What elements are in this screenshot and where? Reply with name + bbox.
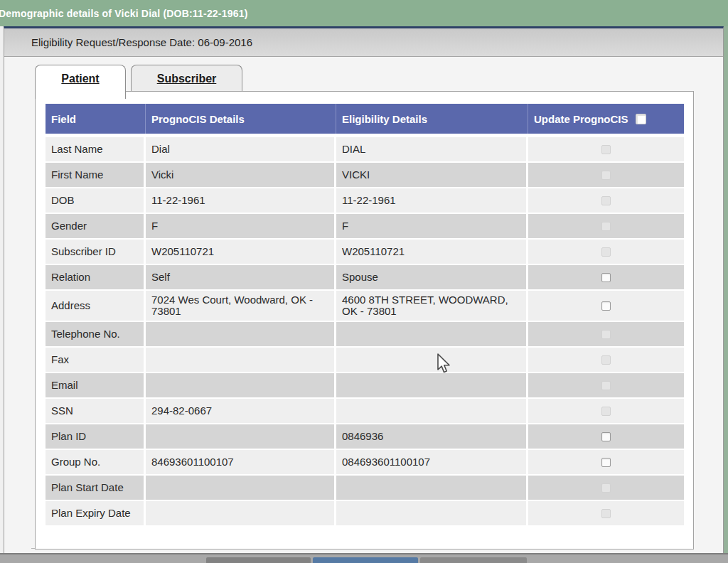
prognocis-value-cell — [146, 373, 334, 397]
eligibility-date-strip: Eligibility Request/Response Date: 06-09… — [4, 28, 723, 57]
mouse-cursor — [436, 353, 451, 375]
update-checkbox-cell — [528, 188, 684, 213]
update-checkbox-cell — [528, 322, 684, 346]
prognocis-value-cell: 7024 Wes Court, Woodward, OK - 73801 — [146, 291, 334, 321]
prognocis-value-cell: 294-82-0667 — [146, 399, 334, 423]
update-checkbox-cell — [528, 348, 684, 372]
field-name-cell: Plan Start Date — [46, 476, 144, 500]
window-titlebar: Demographic details of Vicki Dial (DOB:1… — [0, 0, 728, 26]
eligibility-value-cell: 084693601100107 — [336, 450, 526, 474]
prognocis-value-cell: Dial — [146, 137, 334, 161]
footer-button-middle[interactable] — [313, 557, 418, 563]
table-row: First Name Vicki VICKI — [46, 163, 684, 187]
prognocis-value-cell: 84693601100107 — [146, 450, 334, 474]
table-row: Plan Start Date — [46, 476, 684, 500]
prognocis-value-cell: W205110721 — [146, 240, 334, 264]
column-header-update-prognocis: Update PrognoCIS — [528, 104, 684, 134]
eligibility-value-cell: Spouse — [336, 265, 526, 289]
update-checkbox[interactable] — [601, 458, 611, 467]
table-row: Email — [46, 373, 684, 397]
table-row: Last Name Dial DIAL — [46, 137, 684, 161]
update-checkbox-cell — [528, 240, 684, 264]
column-header-field: Field — [46, 104, 146, 134]
table-row: Group No. 84693601100107 084693601100107 — [46, 450, 684, 474]
tab-subscriber-label: Subscriber — [157, 73, 217, 85]
prognocis-value-cell — [146, 424, 334, 449]
table-row: Gender F F — [46, 214, 684, 238]
update-all-checkbox[interactable] — [636, 114, 646, 124]
update-checkbox — [601, 509, 611, 518]
column-header-eligibility-details: Eligibility Details — [336, 104, 528, 134]
demographics-table: Field PrognoCIS Details Eligibility Deta… — [46, 104, 684, 525]
update-checkbox-cell — [528, 373, 684, 397]
eligibility-value-cell — [336, 373, 526, 397]
field-name-cell: Address — [46, 291, 144, 321]
prognocis-value-cell — [146, 501, 334, 525]
update-checkbox-cell — [528, 291, 684, 321]
tab-bar: Patient Subscriber — [35, 65, 242, 99]
update-checkbox-cell — [528, 137, 684, 161]
field-name-cell: Telephone No. — [46, 322, 144, 346]
footer-button-right[interactable] — [420, 557, 527, 563]
prognocis-value-cell: Vicki — [146, 163, 334, 187]
background-right-edge — [724, 0, 728, 563]
field-name-cell: Relation — [46, 265, 144, 289]
eligibility-value-cell — [336, 501, 526, 525]
update-checkbox-cell — [528, 265, 684, 289]
update-checkbox-cell — [528, 214, 684, 238]
field-name-cell: Gender — [46, 214, 144, 238]
field-name-cell: Last Name — [46, 137, 144, 161]
field-name-cell: Plan ID — [46, 424, 144, 449]
table-row: SSN 294-82-0667 — [46, 399, 684, 423]
eligibility-date-label: Eligibility Request/Response Date: 06-09… — [4, 36, 252, 48]
eligibility-value-cell: 11-22-1961 — [336, 188, 526, 213]
table-row: Plan Expiry Date — [46, 501, 684, 525]
footer-button-left[interactable] — [206, 557, 311, 563]
update-checkbox — [601, 330, 611, 339]
update-checkbox[interactable] — [601, 301, 611, 311]
update-checkbox — [601, 407, 611, 416]
table-body: Last Name Dial DIAL First Name Vicki VIC… — [46, 137, 684, 525]
update-checkbox-cell — [528, 399, 684, 423]
field-name-cell: SSN — [46, 399, 144, 423]
update-checkbox — [601, 222, 611, 231]
field-name-cell: Group No. — [46, 450, 144, 474]
update-checkbox-cell — [528, 476, 684, 500]
footer-strip — [0, 553, 728, 563]
field-name-cell: Email — [46, 373, 144, 397]
field-name-cell: Fax — [46, 348, 144, 372]
field-name-cell: Subscriber ID — [46, 240, 144, 264]
eligibility-value-cell — [336, 348, 526, 372]
eligibility-value-cell: 0846936 — [336, 424, 526, 449]
tab-patient-label: Patient — [61, 73, 99, 85]
eligibility-value-cell: VICKI — [336, 163, 526, 187]
update-checkbox-cell — [528, 501, 684, 525]
prognocis-value-cell — [146, 476, 334, 500]
update-checkbox[interactable] — [601, 432, 611, 441]
table-row: Plan ID 0846936 — [46, 424, 684, 449]
update-checkbox — [601, 381, 611, 390]
tab-subscriber[interactable]: Subscriber — [131, 65, 242, 91]
update-checkbox — [601, 145, 611, 154]
update-checkbox — [601, 196, 611, 205]
update-checkbox — [601, 355, 611, 365]
update-checkbox — [601, 247, 611, 257]
update-checkbox-cell — [528, 450, 684, 474]
prognocis-value-cell: F — [146, 214, 334, 238]
tab-patient[interactable]: Patient — [35, 65, 126, 99]
field-name-cell: First Name — [46, 163, 144, 187]
table-row: Fax — [46, 348, 684, 372]
column-header-prognocis-details: PrognoCIS Details — [146, 104, 336, 134]
table-row: DOB 11-22-1961 11-22-1961 — [46, 188, 684, 213]
eligibility-value-cell: F — [336, 214, 526, 238]
update-checkbox[interactable] — [601, 273, 611, 282]
eligibility-value-cell: DIAL — [336, 137, 526, 161]
table-row: Telephone No. — [46, 322, 684, 346]
window-title: Demographic details of Vicki Dial (DOB:1… — [0, 8, 248, 19]
update-checkbox — [601, 171, 611, 180]
eligibility-value-cell — [336, 399, 526, 423]
eligibility-value-cell: W205110721 — [336, 240, 526, 264]
prognocis-value-cell: 11-22-1961 — [146, 188, 334, 213]
table-row: Relation Self Spouse — [46, 265, 684, 289]
eligibility-value-cell: 4600 8TH STREET, WOODWARD, OK - 73801 — [336, 291, 526, 321]
